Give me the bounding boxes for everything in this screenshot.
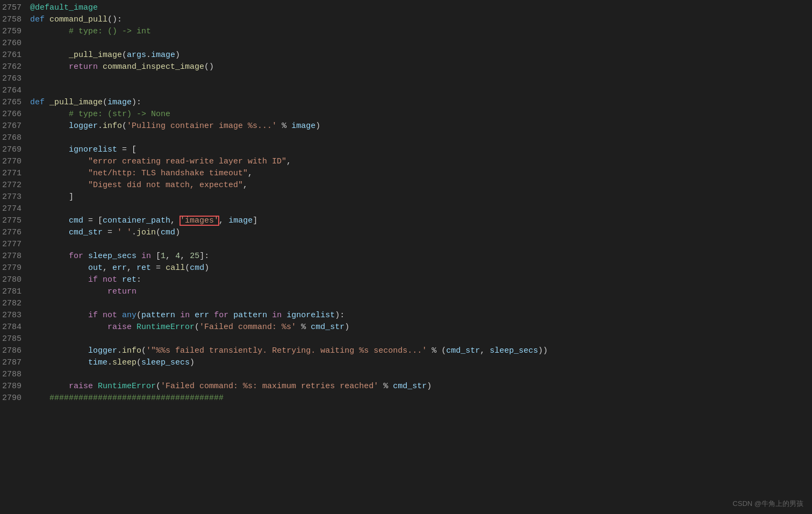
table-row: 2783 if not any(pattern in err for patte… bbox=[0, 310, 812, 322]
table-row: 2789 raise RuntimeError('Failed command:… bbox=[0, 381, 812, 392]
token: not bbox=[103, 311, 122, 320]
table-row: 2784 raise RuntimeError('Failed command:… bbox=[0, 322, 812, 333]
code-line bbox=[30, 333, 812, 345]
line-number: 2771 bbox=[0, 168, 30, 180]
line-number: 2777 bbox=[0, 239, 30, 251]
token: if bbox=[88, 275, 103, 284]
token: if bbox=[88, 311, 103, 320]
token: ( bbox=[156, 228, 161, 237]
token bbox=[228, 311, 233, 320]
token: "net/http: TLS handshake timeout" bbox=[88, 169, 248, 178]
token: )) bbox=[538, 346, 548, 355]
token: ' ' bbox=[117, 228, 132, 237]
code-lines: 2757@default_image2758def command_pull()… bbox=[0, 2, 812, 404]
token: ignorelist bbox=[286, 311, 335, 320]
token: , bbox=[219, 216, 228, 225]
line-number: 2782 bbox=[0, 298, 30, 310]
table-row: 2785 bbox=[0, 333, 812, 345]
table-row: 2773 ] bbox=[0, 191, 812, 203]
token: image bbox=[228, 216, 253, 225]
table-row: 2766 # type: (str) -> None bbox=[0, 109, 812, 120]
token: ( bbox=[136, 358, 141, 367]
token: logger bbox=[69, 122, 98, 131]
code-line: # type: () -> int bbox=[30, 26, 812, 38]
token: 'Failed command: %s' bbox=[199, 323, 296, 332]
token: ( bbox=[195, 323, 199, 332]
code-line: #################################### bbox=[30, 392, 812, 404]
token: ] bbox=[30, 192, 74, 202]
token: . bbox=[98, 122, 103, 131]
token: ]: bbox=[199, 252, 209, 261]
token: for bbox=[69, 252, 88, 261]
line-number: 2768 bbox=[0, 132, 30, 144]
token: ) bbox=[175, 228, 180, 237]
token: return bbox=[107, 287, 136, 296]
token: [ bbox=[156, 252, 161, 261]
table-row: 2775 cmd = [container_path, 'images', im… bbox=[0, 215, 812, 227]
token: args bbox=[127, 51, 146, 60]
token bbox=[190, 311, 195, 320]
table-row: 2769 ignorelist = [ bbox=[0, 144, 812, 156]
code-line: "net/http: TLS handshake timeout", bbox=[30, 168, 812, 180]
table-row: 2777 bbox=[0, 239, 812, 251]
table-row: 2765def _pull_image(image): bbox=[0, 97, 812, 109]
token bbox=[30, 181, 88, 190]
token: for bbox=[214, 311, 228, 320]
token: info bbox=[122, 346, 141, 355]
token: ret bbox=[136, 263, 151, 273]
token bbox=[209, 311, 214, 320]
token bbox=[267, 311, 272, 320]
token bbox=[30, 157, 88, 166]
token bbox=[30, 382, 69, 391]
token: 4 bbox=[175, 252, 180, 261]
code-line bbox=[30, 369, 812, 381]
line-number: 2780 bbox=[0, 274, 30, 286]
token: . bbox=[107, 358, 112, 367]
token bbox=[30, 62, 69, 72]
token bbox=[30, 311, 88, 320]
line-number: 2778 bbox=[0, 251, 30, 262]
code-line: "Digest did not match, expected", bbox=[30, 180, 812, 191]
line-number: 2772 bbox=[0, 180, 30, 191]
table-row: 2759 # type: () -> int bbox=[0, 26, 812, 38]
token: ) bbox=[190, 358, 195, 367]
token: ( bbox=[156, 382, 161, 391]
token: % bbox=[378, 382, 393, 391]
line-number: 2766 bbox=[0, 109, 30, 120]
code-line: out, err, ret = call(cmd) bbox=[30, 262, 812, 274]
token bbox=[30, 228, 69, 237]
token: ] bbox=[253, 216, 257, 225]
token: % bbox=[277, 122, 291, 131]
watermark: CSDN @牛角上的男孩 bbox=[732, 499, 803, 509]
token: () bbox=[204, 62, 214, 72]
table-row: 2763 bbox=[0, 73, 812, 85]
token: info bbox=[103, 122, 122, 131]
token: cmd bbox=[69, 216, 83, 225]
table-row: 2782 bbox=[0, 298, 812, 310]
token: cmd bbox=[190, 263, 204, 273]
token bbox=[30, 287, 107, 296]
table-row: 2780 if not ret: bbox=[0, 274, 812, 286]
token: ) bbox=[175, 51, 180, 60]
code-line: for sleep_secs in [1, 4, 25]: bbox=[30, 251, 812, 262]
token: "Digest did not match, expected" bbox=[88, 181, 243, 190]
token: image bbox=[151, 51, 175, 60]
token: , bbox=[248, 169, 253, 178]
table-row: 2764 bbox=[0, 85, 812, 97]
token: _pull_image bbox=[49, 98, 103, 107]
token: cmd_str bbox=[69, 228, 103, 237]
code-editor: 2757@default_image2758def command_pull()… bbox=[0, 0, 812, 514]
token: time bbox=[88, 358, 107, 367]
token: pattern bbox=[233, 311, 267, 320]
line-number: 2785 bbox=[0, 333, 30, 345]
token: # type: (str) -> bbox=[30, 110, 151, 119]
line-number: 2779 bbox=[0, 262, 30, 274]
line-number: 2790 bbox=[0, 392, 30, 404]
token: out bbox=[88, 263, 103, 273]
code-line bbox=[30, 38, 812, 49]
token: 25 bbox=[190, 252, 199, 261]
token: # type: () -> bbox=[30, 27, 136, 36]
token: 'Pulling container image %s...' bbox=[127, 122, 277, 131]
token: sleep bbox=[112, 358, 136, 367]
table-row: 2768 bbox=[0, 132, 812, 144]
